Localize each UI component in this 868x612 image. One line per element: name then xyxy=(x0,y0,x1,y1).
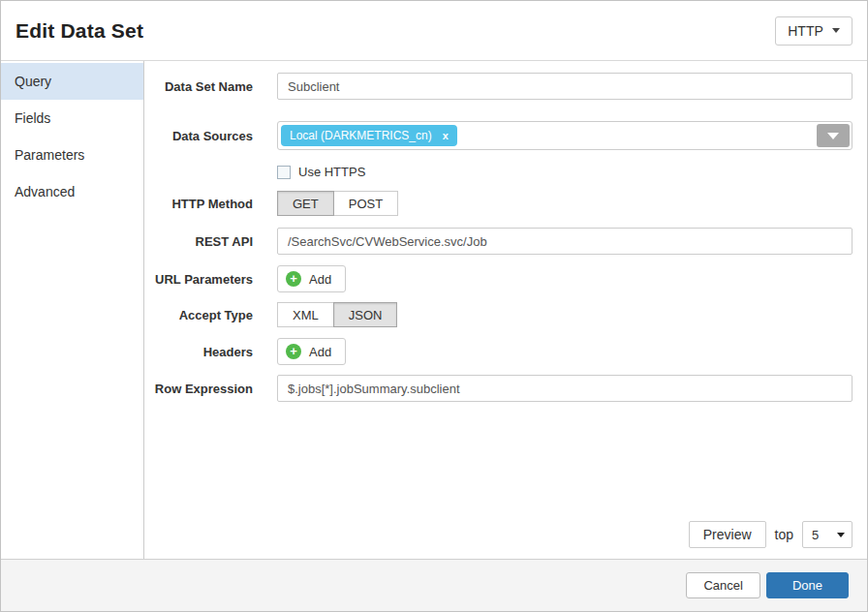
top-count-value: 5 xyxy=(812,528,819,542)
row-expression-input[interactable] xyxy=(277,375,852,402)
sidebar-item-label: Advanced xyxy=(15,184,75,199)
data-source-tag-text: Local (DARKMETRICS_cn) xyxy=(290,129,432,142)
dataset-type-value: HTTP xyxy=(788,23,823,39)
url-parameters-row: URL Parameters + Add xyxy=(144,265,867,292)
remove-tag-icon[interactable]: x xyxy=(443,130,449,141)
http-method-label: HTTP Method xyxy=(144,197,253,211)
sidebar-item-fields[interactable]: Fields xyxy=(1,100,143,137)
rest-api-row: REST API xyxy=(144,228,867,255)
url-parameters-add-button[interactable]: + Add xyxy=(277,265,346,292)
accept-type-label: Accept Type xyxy=(144,308,253,322)
http-method-get-button[interactable]: GET xyxy=(277,191,334,216)
plus-icon: + xyxy=(286,271,301,287)
sidebar-item-advanced[interactable]: Advanced xyxy=(1,173,143,210)
data-sources-multiselect[interactable]: Local (DARKMETRICS_cn) x xyxy=(277,121,852,150)
sidebar-item-query[interactable]: Query xyxy=(1,63,143,100)
query-form: Data Set Name Data Sources Local (DARKME… xyxy=(144,61,867,559)
data-sources-label: Data Sources xyxy=(144,129,253,143)
data-source-tag: Local (DARKMETRICS_cn) x xyxy=(281,125,457,146)
use-https-row: Use HTTPS xyxy=(144,165,867,179)
accept-type-xml-button[interactable]: XML xyxy=(277,302,334,327)
sidebar-item-parameters[interactable]: Parameters xyxy=(1,137,143,173)
cancel-button[interactable]: Cancel xyxy=(686,572,760,598)
row-expression-row: Row Expression xyxy=(144,375,867,402)
preview-button[interactable]: Preview xyxy=(689,521,766,548)
data-set-name-label: Data Set Name xyxy=(144,79,253,94)
chevron-down-icon xyxy=(837,533,845,537)
row-expression-label: Row Expression xyxy=(144,382,253,396)
sidebar: Query Fields Parameters Advanced xyxy=(1,61,144,559)
edit-data-set-dialog: Edit Data Set HTTP Query Fields Paramete… xyxy=(0,0,868,612)
url-parameters-label: URL Parameters xyxy=(144,272,253,287)
data-sources-row: Data Sources Local (DARKMETRICS_cn) x xyxy=(144,121,867,150)
done-button[interactable]: Done xyxy=(766,572,849,598)
sidebar-item-label: Query xyxy=(15,74,51,89)
rest-api-label: REST API xyxy=(144,234,253,249)
chevron-down-icon xyxy=(827,133,839,139)
use-https-checkbox[interactable] xyxy=(277,166,291,179)
add-button-label: Add xyxy=(309,345,331,359)
http-method-post-button[interactable]: POST xyxy=(333,191,398,216)
page-title: Edit Data Set xyxy=(16,19,143,43)
headers-add-button[interactable]: + Add xyxy=(277,338,346,365)
data-set-name-row: Data Set Name xyxy=(144,73,867,100)
data-set-name-input[interactable] xyxy=(277,73,852,100)
use-https-label: Use HTTPS xyxy=(298,165,365,179)
accept-type-segmented: XML JSON xyxy=(277,302,397,327)
rest-api-input[interactable] xyxy=(277,228,852,255)
top-count-select[interactable]: 5 xyxy=(802,521,852,548)
accept-type-row: Accept Type XML JSON xyxy=(144,302,867,327)
chevron-down-icon xyxy=(832,28,840,33)
plus-icon: + xyxy=(286,344,301,359)
dataset-type-dropdown[interactable]: HTTP xyxy=(775,16,852,46)
http-method-segmented: GET POST xyxy=(277,191,398,216)
dialog-body: Query Fields Parameters Advanced Data Se… xyxy=(1,61,867,559)
sidebar-item-label: Parameters xyxy=(15,147,84,163)
data-sources-dropdown-button[interactable] xyxy=(817,124,850,147)
top-label: top xyxy=(775,527,793,542)
add-button-label: Add xyxy=(309,272,331,287)
headers-row: Headers + Add xyxy=(144,338,867,365)
dialog-footer: Cancel Done xyxy=(1,559,867,611)
sidebar-item-label: Fields xyxy=(15,110,50,126)
preview-row: Preview top 5 xyxy=(144,521,867,559)
http-method-row: HTTP Method GET POST xyxy=(144,191,867,216)
accept-type-json-button[interactable]: JSON xyxy=(333,302,398,327)
dialog-header: Edit Data Set HTTP xyxy=(1,1,867,61)
headers-label: Headers xyxy=(144,345,253,359)
